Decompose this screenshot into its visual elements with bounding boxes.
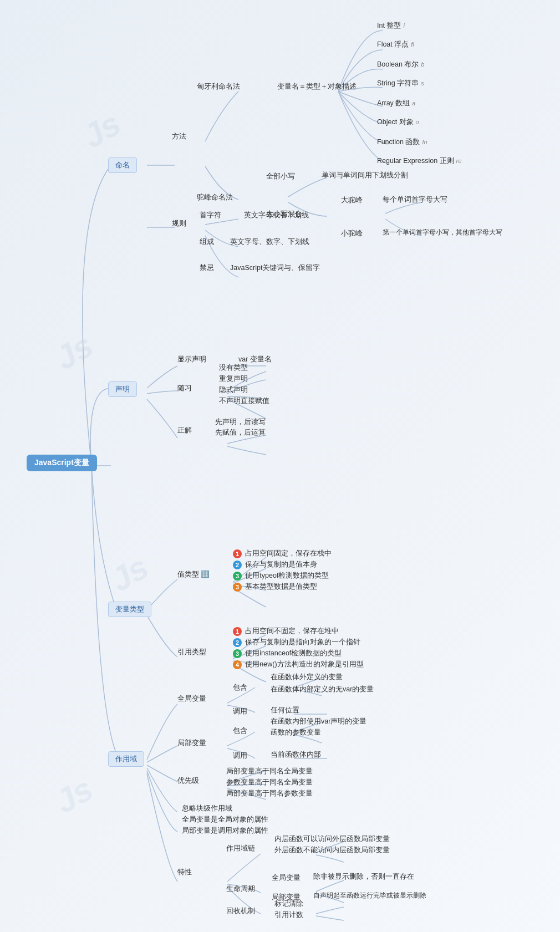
node-scope-chain: 作用域链	[226, 844, 255, 853]
node-forbidden-detail: JavaScript关键词与、保留字	[230, 263, 320, 273]
node-lower-camel-detail: 第一个单词首字母小写，其他首字母大写	[383, 228, 502, 237]
node-global-life: 全局变量	[272, 873, 301, 883]
node-lifecycle: 生命周期	[226, 884, 255, 894]
node-array: Array 数组a	[377, 99, 415, 108]
node-camel: 驼峰命名法	[197, 193, 233, 202]
naming-label: 命名	[108, 157, 137, 173]
node-gc1: 标记清除	[274, 899, 303, 909]
node-global-call: 调用	[233, 707, 247, 716]
node-object: Object 对象o	[377, 118, 419, 127]
node-local-attr: 局部变量是调用对象的属性	[182, 826, 268, 836]
node-forbidden: 禁忌	[200, 263, 214, 273]
node-global-attr: 全局变量是全局对象的属性	[182, 815, 268, 824]
vartype-label: 变量类型	[108, 602, 151, 617]
mind-map: Js Js Js Js	[0, 0, 560, 932]
node-rules: 规则	[172, 219, 186, 228]
node-boolean: Boolean 布尔b	[377, 60, 424, 69]
node-correct: 正解	[177, 426, 192, 435]
rules-label: 规则	[172, 220, 186, 227]
node-upper-camel-detail: 每个单词首字母大写	[383, 195, 447, 205]
node-float: Float 浮点fl	[377, 40, 414, 49]
root-label: JavaScript变量	[27, 455, 97, 471]
node-priority: 优先级	[177, 776, 199, 786]
node-direct-assign: 不声明直接赋值	[219, 396, 269, 406]
node-local-include: 包含	[233, 726, 247, 736]
watermark: Js	[76, 104, 127, 156]
method-label: 方法	[172, 133, 186, 140]
node-first-char-detail: 英文字母或者下划线	[244, 211, 309, 220]
node-local-call-detail: 当前函数体内部	[271, 750, 321, 760]
node-declaration: 声明	[108, 381, 137, 397]
node-first-char: 首字符	[200, 211, 221, 220]
node-global-inc2: 在函数体内部定义的无var的变量	[271, 685, 374, 694]
node-local-inc2: 函数的参数变量	[271, 728, 321, 737]
node-hungarian-detail: 变量名＝类型＋对象描述	[277, 82, 357, 91]
node-special: 特性	[177, 868, 192, 877]
node-upper-camel: 大驼峰	[341, 196, 363, 205]
node-value-type: 值类型 🔢	[177, 570, 210, 579]
node-implicit: 隐式声明	[219, 385, 248, 395]
node-global-include: 包含	[233, 683, 247, 692]
watermark: Js	[104, 548, 155, 599]
node-compose: 组成	[200, 237, 214, 247]
node-vt4: 3 基本类型数据是值类型	[233, 582, 317, 592]
node-global-var: 全局变量	[177, 694, 206, 704]
node-regexp: Regular Expression 正则re	[377, 156, 461, 166]
watermark: Js	[48, 326, 99, 378]
node-function: Function 函数fn	[377, 137, 427, 147]
node-scope: 作用域	[108, 751, 144, 767]
node-local-inc1: 在函数内部使用var声明的变量	[271, 717, 366, 726]
node-implicit-group: 随习	[177, 384, 192, 393]
node-sc1: 内层函数可以访问外层函数局部变量	[274, 834, 390, 844]
node-vt2: 2 保存与复制的是值本身	[233, 560, 317, 569]
node-ref-type: 引用类型	[177, 648, 206, 657]
node-lowercase: 全部小写	[266, 172, 295, 181]
node-ignore-block: 忽略块级作用域	[182, 804, 232, 813]
node-explicit: 显示声明	[177, 355, 206, 364]
hungarian-label: 匈牙利命名法	[197, 83, 240, 90]
node-global-life-detail: 除非被显示删除，否则一直存在	[313, 872, 414, 882]
node-compose-detail: 英文字母、数字、下划线	[230, 237, 309, 247]
root-node: JavaScript变量	[27, 455, 97, 471]
scope-label: 作用域	[108, 751, 144, 767]
node-vt1: 1 占用空间固定，保存在栈中	[233, 549, 332, 558]
node-local-var: 局部变量	[177, 739, 206, 748]
node-vt3: 3 使用typeof检测数据的类型	[233, 571, 329, 580]
node-method: 方法	[172, 132, 186, 141]
node-rt2: 2 保存与复制的是指向对象的一个指针	[233, 638, 360, 647]
node-pri1: 局部变量高于同名全局变量	[226, 767, 313, 776]
node-int: Int 整型i	[377, 21, 405, 30]
node-local-call: 调用	[233, 751, 247, 761]
node-assign-then-calc: 先赋值，后运算	[215, 428, 266, 437]
node-global-inc1: 在函数体外定义的变量	[271, 673, 343, 682]
hungarian-detail: 变量名＝类型＋对象描述	[277, 83, 357, 90]
node-naming: 命名	[108, 157, 137, 173]
node-no-type: 没有类型	[219, 363, 248, 373]
node-hungarian: 匈牙利命名法	[197, 82, 240, 91]
node-pri3: 局部变量高于同名参数变量	[226, 789, 313, 798]
node-decl-then-rw: 先声明，后读写	[215, 417, 266, 427]
node-vartype: 变量类型	[108, 602, 151, 617]
node-local-life-detail: 自声明起至函数运行完毕或被显示删除	[313, 892, 426, 900]
watermark: Js	[48, 770, 99, 821]
node-gc: 回收机制	[226, 906, 255, 916]
node-rt1: 1 占用空间不固定，保存在堆中	[233, 627, 339, 636]
node-rt3: 3 使用instanceof检测数据的类型	[233, 649, 342, 658]
node-global-call-detail: 任何位置	[271, 706, 299, 715]
declaration-label: 声明	[108, 381, 137, 397]
node-redecl: 重复声明	[219, 374, 248, 384]
node-pri2: 参数变量高于同名全局变量	[226, 778, 313, 787]
node-sc2: 外层函数不能访问内层函数局部变量	[274, 846, 390, 855]
node-lower-camel: 小驼峰	[341, 229, 363, 238]
node-rt4: 4 使用new()方法构造出的对象是引用型	[233, 660, 364, 669]
node-gc2: 引用计数	[274, 910, 303, 920]
node-string: String 字符串s	[377, 79, 424, 88]
node-lowercase-detail: 单词与单词间用下划线分割	[322, 171, 408, 180]
